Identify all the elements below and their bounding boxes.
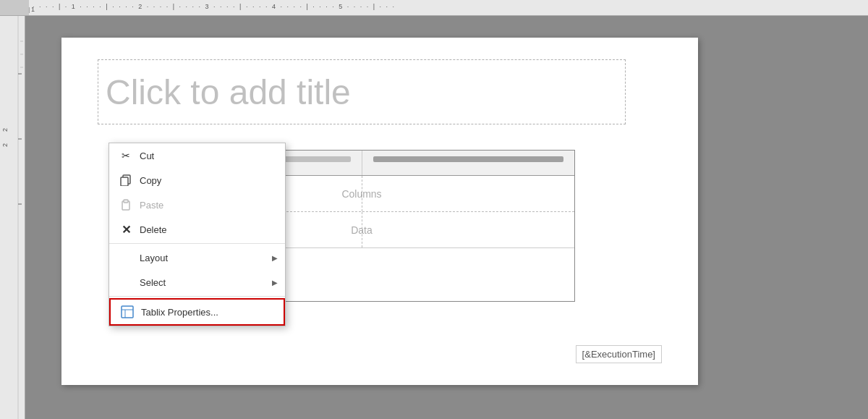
- layout-icon: [118, 250, 134, 266]
- tablix-properties-label: Tablix Properties...: [141, 307, 218, 318]
- layout-submenu-arrow: ▶: [272, 254, 278, 262]
- menu-separator-1: [109, 243, 285, 244]
- cut-label: Cut: [140, 151, 154, 161]
- delete-icon: ✕: [118, 221, 134, 237]
- title-text: Click to add title: [106, 72, 351, 112]
- cut-icon: ✂: [118, 148, 134, 164]
- menu-item-select[interactable]: Select ▶: [109, 270, 285, 295]
- ruler-number-2: 2: [1, 128, 9, 132]
- copy-icon: [118, 172, 134, 188]
- paste-label: Paste: [140, 200, 163, 211]
- svg-rect-14: [122, 306, 133, 318]
- select-submenu-arrow: ▶: [272, 279, 278, 287]
- ruler-left-inner: 2 2: [0, 16, 25, 419]
- ruler-text: · · · · | · 1 · · · · | · · · · 2 · · · …: [33, 3, 396, 10]
- delete-label: Delete: [140, 224, 167, 235]
- svg-text:2: 2: [1, 143, 9, 147]
- ruler-top-inner: 1 // Generated inline - ruler marks · · …: [29, 0, 868, 15]
- copy-label: Copy: [140, 175, 161, 186]
- menu-item-tablix-properties[interactable]: Tablix Properties...: [109, 298, 285, 326]
- ruler-top: 1 // Generated inline - ruler marks · · …: [0, 0, 868, 16]
- menu-separator-2: [109, 296, 285, 297]
- select-icon: [118, 274, 134, 290]
- table-header-cell-2: [362, 151, 575, 175]
- select-label: Select: [140, 277, 166, 288]
- svg-rect-11: [121, 177, 128, 186]
- data-label: Data: [351, 224, 373, 236]
- ruler-left-svg: 2: [0, 16, 25, 419]
- menu-item-copy[interactable]: Copy: [109, 168, 285, 192]
- canvas-area: Click to add title Columns: [25, 16, 868, 419]
- table-header-bar-2: [373, 156, 564, 162]
- paste-icon: [118, 197, 134, 213]
- columns-label: Columns: [341, 188, 381, 200]
- menu-item-delete[interactable]: ✕ Delete: [109, 217, 285, 242]
- title-placeholder[interactable]: Click to add title: [98, 59, 626, 124]
- menu-item-layout[interactable]: Layout ▶: [109, 245, 285, 270]
- layout-label: Layout: [140, 253, 168, 263]
- context-menu: ✂ Cut Copy Paste ✕: [109, 143, 286, 326]
- svg-rect-13: [124, 200, 128, 203]
- execution-time: [&ExecutionTime]: [576, 345, 662, 363]
- ruler-left: 2 2: [0, 16, 25, 419]
- menu-item-paste[interactable]: Paste: [109, 192, 285, 217]
- menu-item-cut[interactable]: ✂ Cut: [109, 143, 285, 168]
- tablix-properties-icon: [119, 304, 135, 320]
